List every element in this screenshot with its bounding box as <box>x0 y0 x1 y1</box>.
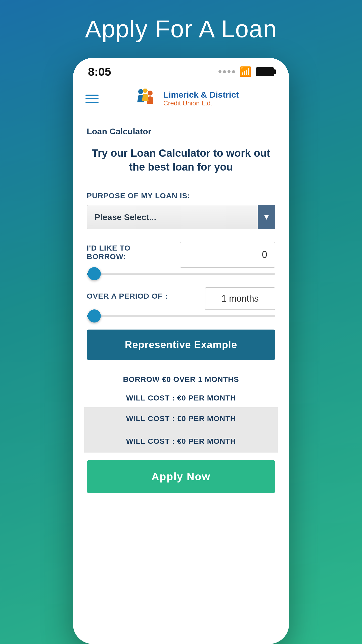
svg-point-2 <box>143 89 148 93</box>
result-row-4: WILL COST : €0 PER MONTH <box>84 430 278 453</box>
hero-text: Try our Loan Calculator to work out the … <box>87 146 275 174</box>
logo-svg <box>136 89 159 109</box>
purpose-label: PURPOSE OF MY LOAN IS: <box>87 191 275 200</box>
borrow-row: I'D LIKE TO BORROW: <box>87 242 275 268</box>
logo-text: Limerick & District Credit Union Ltd. <box>163 90 239 107</box>
borrow-input[interactable] <box>180 242 275 268</box>
purpose-select[interactable]: Please Select... <box>87 205 275 229</box>
period-input[interactable] <box>205 287 275 310</box>
purpose-group: PURPOSE OF MY LOAN IS: Please Select... … <box>87 191 275 229</box>
result-row-1: BORROW €0 OVER 1 MONTHS <box>87 370 275 389</box>
purpose-select-wrapper: Please Select... ▼ <box>87 205 275 229</box>
borrow-slider-wrapper <box>87 273 275 275</box>
status-icons: 📶 <box>218 66 274 77</box>
period-row: OVER A PERIOD OF : <box>87 287 275 310</box>
signal-icon <box>218 70 235 73</box>
status-time: 8:05 <box>88 65 111 78</box>
battery-icon <box>256 67 274 76</box>
period-group: OVER A PERIOD OF : <box>87 287 275 317</box>
section-label: Loan Calculator <box>87 127 275 136</box>
result-row-3: WILL COST : €0 PER MONTH <box>84 407 278 430</box>
apply-now-button[interactable]: Apply Now <box>87 460 275 493</box>
page-title: Apply For A Loan <box>85 15 277 43</box>
content-area: Loan Calculator Try our Loan Calculator … <box>73 114 289 493</box>
rep-example-button[interactable]: Representive Example <box>87 330 275 360</box>
result-row-2: WILL COST : €0 PER MONTH <box>87 389 275 407</box>
logo-area: Limerick & District Credit Union Ltd. <box>99 89 277 109</box>
svg-point-0 <box>138 89 143 94</box>
period-label: OVER A PERIOD OF : <box>87 292 168 300</box>
wifi-icon: 📶 <box>240 66 251 77</box>
phone-frame: 8:05 📶 <box>73 58 289 644</box>
borrow-label: I'D LIKE TO BORROW: <box>87 244 172 261</box>
period-slider-wrapper <box>87 315 275 317</box>
status-bar: 8:05 📶 <box>73 58 289 84</box>
svg-point-1 <box>148 91 153 96</box>
logo-name: Limerick & District <box>163 90 239 99</box>
nav-bar: Limerick & District Credit Union Ltd. <box>73 84 289 114</box>
borrow-group: I'D LIKE TO BORROW: <box>87 242 275 275</box>
hamburger-menu[interactable] <box>85 95 99 103</box>
logo-sub: Credit Union Ltd. <box>163 99 239 107</box>
